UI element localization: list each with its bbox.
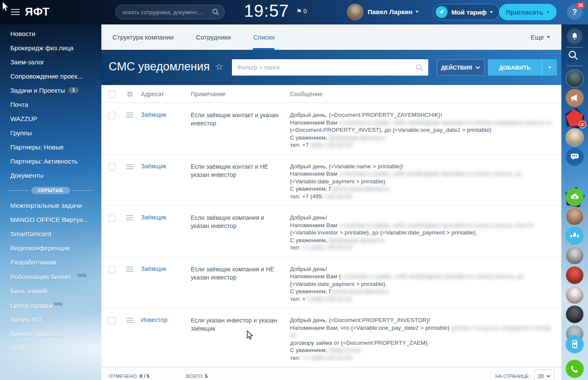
clock[interactable]: 19:57 [244, 1, 289, 21]
sidebar-item-брокеридж-физ-лица[interactable]: Брокеридж физ.лица [0, 41, 101, 55]
note-cell: Если указан инвестор и указан заёмщик [191, 316, 290, 333]
message-cell: Добрый день, {=Variable:name > printable… [290, 163, 554, 201]
sidebar-item-label: SmartSimcard [10, 230, 51, 237]
sidebar-item-разработчикам[interactable]: Разработчикам [0, 255, 101, 269]
team-hands-button[interactable] [566, 227, 584, 245]
add-dropdown-button[interactable] [542, 59, 557, 76]
sidebar-item-группы[interactable]: Группы [0, 126, 101, 140]
row-checkbox[interactable] [108, 112, 116, 119]
group-chat-button[interactable] [566, 148, 584, 166]
call-button[interactable] [566, 360, 584, 378]
note-cell: Если заёмщик контакт и указан инвестор [191, 111, 290, 128]
filter-search-input[interactable] [237, 64, 416, 71]
sidebar-menu: НовостиБрокеридж физ.лицаЗаем-залогСопро… [0, 27, 101, 182]
row-checkbox[interactable] [108, 214, 116, 222]
select-all-checkbox[interactable] [108, 91, 116, 98]
row-menu-icon[interactable] [126, 267, 133, 273]
table-row: ИнвесторЕсли указан инвестор и указан за… [101, 308, 561, 367]
tab-структура-компании[interactable]: Структура компании [113, 24, 174, 50]
sidebar-item-задачи-и-проекты[interactable]: Задачи и Проекты1 [0, 83, 101, 97]
notifications-bell-button[interactable] [567, 28, 582, 44]
hamburger-menu-icon[interactable] [11, 9, 20, 17]
flag-counter[interactable]: ⚑ 0 [296, 8, 307, 15]
column-header-note[interactable]: Примечание [191, 91, 290, 97]
app-logo[interactable]: ЯФТ [25, 5, 49, 18]
chat-avatar[interactable] [566, 246, 584, 264]
sidebar-item-label: Задачи и Проекты [10, 87, 65, 94]
row-checkbox[interactable] [108, 163, 116, 170]
chevron-down-icon [546, 375, 551, 377]
row-menu-icon[interactable] [126, 164, 133, 170]
sidebar-item-label: Заем-залог [10, 58, 44, 66]
sidebar-item-label: Брокеридж физ.лица [10, 44, 73, 52]
global-search[interactable] [115, 5, 225, 19]
filter-search[interactable] [232, 59, 428, 76]
sidebar-item-межпортальные-задачи[interactable]: Межпортальные задачи [0, 198, 101, 213]
tab-more[interactable]: Еще [530, 24, 550, 50]
row-menu-icon[interactable] [126, 318, 133, 324]
sidebar-item-партнеры-активность[interactable]: Партнеры: Активность [0, 154, 101, 168]
invite-button[interactable]: Пригласить [499, 4, 557, 20]
chevron-down-icon [546, 11, 550, 13]
addressee-link[interactable]: Инвестор [141, 316, 191, 323]
sidebar-item-центр-продаж[interactable]: Центр продажbeta [0, 298, 101, 313]
favorite-star-icon[interactable]: ☆ [215, 61, 223, 73]
sidebar-item-партнеры-новые[interactable]: Партнеры: Новые [0, 140, 101, 154]
chat-avatar[interactable] [566, 305, 584, 323]
sidebar-item-база-знаний[interactable]: База знаний [0, 284, 101, 298]
notification-count-badge: 16 [576, 2, 585, 9]
sidebar-item-новости[interactable]: Новости [0, 27, 101, 41]
row-menu-icon[interactable] [126, 215, 133, 222]
sidebar-item-label: Группы [10, 129, 32, 137]
sidebar-item-документы[interactable]: Документы [0, 168, 101, 182]
addressee-link[interactable]: Заёмщик [141, 214, 191, 221]
user-menu[interactable]: Павел Ларкин [368, 8, 419, 15]
user-avatar[interactable] [347, 4, 363, 20]
sidebar-item-mango-office-виртуа-[interactable]: MANGO OFFICE Виртуа... [0, 213, 101, 227]
note-cell: Если заёмщик контакт и НЕ указан инвесто… [191, 163, 290, 179]
sidebar-item-crm[interactable]: CRM [0, 341, 101, 355]
sidebar-item-почта[interactable]: Почта [0, 97, 101, 112]
sidebar-item-wazzup[interactable]: WAZZUP [0, 112, 101, 126]
settings-gear-icon[interactable] [126, 91, 134, 98]
chat-avatar[interactable] [566, 70, 584, 88]
sidebar-item-сопровождение-проек-[interactable]: Сопровождение проек... [0, 69, 101, 83]
sidebar-item-роботизация-бизнес-[interactable]: Роботизация бизнес...beta [0, 269, 101, 284]
actions-button[interactable]: ДЕЙСТВИЯ [437, 59, 484, 76]
per-page-control: НА СТРАНИЦЕ: 20 [495, 370, 554, 380]
hidden-section-divider[interactable]: СКРЫТЫЕ [0, 182, 101, 198]
global-search-input[interactable] [122, 9, 212, 15]
counter-badge: 1 [68, 87, 79, 93]
mobile-cloud-button[interactable] [566, 335, 584, 353]
megaphone-channel-button[interactable] [566, 89, 584, 107]
chat-avatar[interactable] [566, 286, 584, 304]
column-header-message[interactable]: Сообщение [290, 91, 554, 97]
cloud-time-button[interactable] [566, 188, 584, 206]
right-rail: ?16 [561, 0, 588, 380]
addressee-link[interactable]: Заёмщик [141, 163, 191, 170]
row-checkbox[interactable] [108, 266, 116, 273]
chevron-down-icon [547, 36, 550, 38]
column-header-addressee[interactable]: Адресат [141, 91, 191, 97]
search-button[interactable] [568, 50, 581, 62]
sidebar-item-заем-залог[interactable]: Заем-залог [0, 55, 101, 69]
chat-avatar[interactable] [566, 266, 584, 284]
sidebar-item-запуск-бп[interactable]: Запуск БП [0, 313, 101, 327]
group-pentagon-button[interactable] [565, 108, 585, 128]
tab-списки[interactable]: Списки [253, 24, 274, 50]
chat-avatar[interactable] [566, 207, 584, 225]
addressee-link[interactable]: Заёмщик [141, 111, 191, 118]
row-checkbox[interactable] [108, 317, 116, 324]
add-button[interactable]: ДОБАВИТЬ [488, 59, 557, 76]
sidebar-item-видеоконференции[interactable]: Видеоконференции [0, 241, 101, 255]
my-tariff-button[interactable]: Мой тариф [433, 4, 500, 20]
sidebar-item-бизнес-процессы[interactable]: Бизнес-процессы [0, 327, 101, 341]
sidebar-item-label: Документы [10, 172, 43, 179]
addressee-link[interactable]: Заёмщик [141, 265, 191, 272]
sidebar-item-smartsimcard[interactable]: SmartSimcard [0, 227, 101, 241]
tab-сотрудники[interactable]: Сотрудники [196, 24, 231, 50]
chat-avatar[interactable] [566, 128, 584, 146]
help-button[interactable]: ?16 [567, 4, 582, 20]
row-menu-icon[interactable] [126, 112, 133, 119]
per-page-select[interactable]: 20 [534, 370, 554, 380]
